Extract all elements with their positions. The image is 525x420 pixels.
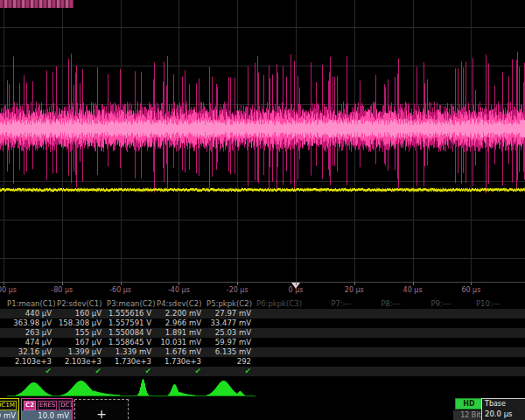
param-value bbox=[306, 357, 356, 367]
param-value bbox=[456, 338, 506, 347]
param-value bbox=[256, 357, 306, 367]
param-status-check: ✔ bbox=[206, 367, 256, 376]
oscilloscope-screen: -100 µs-80 µs-60 µs-40 µs-20 µs0 µs20 µs… bbox=[0, 0, 525, 420]
param-header[interactable]: P2:sdev(C1) bbox=[57, 299, 107, 309]
param-value bbox=[356, 318, 406, 328]
param-value bbox=[256, 328, 306, 338]
param-value: 1.558645 V bbox=[107, 338, 157, 347]
param-value bbox=[406, 328, 456, 338]
toolbar-fragment bbox=[0, 0, 74, 8]
param-status-check: ✔ bbox=[7, 367, 57, 376]
c2-label: C2 bbox=[24, 401, 36, 410]
param-header[interactable]: P10:--- bbox=[456, 299, 506, 309]
c1-scale-value: 10.0 mV bbox=[0, 410, 18, 420]
param-value: 440 µV bbox=[7, 309, 57, 318]
channel-c1-descriptor[interactable]: DC1M 10.0 mV bbox=[0, 398, 19, 420]
add-channel-button[interactable]: + bbox=[74, 399, 129, 420]
param-value bbox=[356, 328, 406, 338]
axis-label: -60 µs bbox=[109, 286, 131, 294]
param-value bbox=[456, 347, 506, 357]
param-status-check bbox=[456, 367, 506, 376]
param-header[interactable]: P3:mean(C2) bbox=[107, 299, 157, 309]
tbase-value: 20.0 µs bbox=[482, 408, 525, 418]
param-value: 1.557591 V bbox=[107, 318, 157, 328]
measurement-table: P1:mean(C1)P2:sdev(C1)P3:mean(C2)P4:sdev… bbox=[0, 299, 525, 376]
param-value: 1.339 mV bbox=[107, 347, 157, 357]
axis-tick bbox=[62, 282, 63, 285]
axis-label: -40 µs bbox=[168, 286, 190, 294]
c2-eres-badge: ERES bbox=[38, 401, 57, 410]
axis-tick bbox=[178, 282, 179, 285]
param-status-check bbox=[306, 367, 356, 376]
table-row: 32.16 µV1.399 µV1.339 mV1.676 mV6.135 mV bbox=[0, 347, 525, 357]
param-value bbox=[356, 347, 406, 357]
axis-label: -100 µs bbox=[0, 286, 17, 294]
descriptor-bar: DC1M 10.0 mV C2 ERES DC1M 10.0 mV + HD 1… bbox=[0, 398, 525, 420]
param-status-check bbox=[256, 367, 306, 376]
param-value bbox=[306, 338, 356, 347]
param-value: 10.031 mV bbox=[157, 338, 206, 347]
param-value bbox=[256, 318, 306, 328]
param-value: 32.16 µV bbox=[7, 347, 57, 357]
table-row: ✔✔✔✔✔ bbox=[0, 367, 525, 376]
hd-mode-badge: HD bbox=[455, 398, 483, 410]
param-value bbox=[456, 309, 506, 318]
param-value: 474 µV bbox=[7, 338, 57, 347]
param-header[interactable]: P6:pkpk(C3) bbox=[256, 299, 306, 309]
axis-label: 0 µs bbox=[289, 286, 304, 294]
param-value bbox=[306, 347, 356, 357]
timebase-descriptor[interactable]: Tbase 20.0 µs bbox=[481, 398, 525, 420]
param-header[interactable]: P1:mean(C1) bbox=[7, 299, 57, 309]
axis-tick bbox=[121, 282, 122, 285]
param-status-check bbox=[356, 367, 406, 376]
param-value: 59.97 mV bbox=[206, 338, 256, 347]
param-header[interactable]: P9:--- bbox=[406, 299, 456, 309]
param-value: 158.308 µV bbox=[57, 318, 107, 328]
tbase-label: Tbase bbox=[482, 399, 525, 408]
param-header[interactable]: P4:sdev(C2) bbox=[157, 299, 206, 309]
param-status-check bbox=[406, 367, 456, 376]
histicons-strip bbox=[0, 376, 525, 399]
param-value bbox=[256, 347, 306, 357]
param-value: 160 µV bbox=[57, 309, 107, 318]
axis-tick bbox=[4, 282, 4, 285]
param-status-check: ✔ bbox=[107, 367, 157, 376]
waveform-grid[interactable] bbox=[0, 0, 525, 282]
c1-coupling-badge: DC1M bbox=[0, 401, 17, 410]
table-row: P1:mean(C1)P2:sdev(C1)P3:mean(C2)P4:sdev… bbox=[0, 299, 525, 309]
param-value: 2.966 mV bbox=[157, 318, 206, 328]
param-header[interactable]: P8:--- bbox=[356, 299, 406, 309]
table-row: 263 µV155 µV1.550084 V1.891 mV25.03 mV bbox=[0, 328, 525, 338]
axis-label: 20 µs bbox=[345, 286, 364, 294]
param-value bbox=[406, 347, 456, 357]
param-value: 1.550084 V bbox=[107, 328, 157, 338]
axis-tick bbox=[354, 282, 355, 285]
channel-c2-descriptor[interactable]: C2 ERES DC1M 10.0 mV bbox=[21, 398, 73, 420]
param-value: 2.103e+3 bbox=[7, 357, 57, 367]
param-header[interactable]: P7:--- bbox=[306, 299, 356, 309]
param-value: 25.03 mV bbox=[206, 328, 256, 338]
axis-label: -80 µs bbox=[51, 286, 73, 294]
axis-label: 40 µs bbox=[403, 286, 423, 294]
param-value: 263 µV bbox=[7, 328, 57, 338]
param-header[interactable]: P5:pkpk(C2) bbox=[206, 299, 256, 309]
param-value: 2.200 mV bbox=[157, 309, 206, 318]
param-status-check: ✔ bbox=[157, 367, 206, 376]
param-status-check: ✔ bbox=[57, 367, 107, 376]
param-value bbox=[356, 338, 406, 347]
param-value: 1.730e+3 bbox=[107, 357, 157, 367]
param-value: 6.135 mV bbox=[206, 347, 256, 357]
param-value bbox=[456, 357, 506, 367]
param-value bbox=[406, 309, 456, 318]
waveform-canvas[interactable] bbox=[0, 0, 525, 282]
param-value: 2.103e+3 bbox=[57, 357, 107, 367]
table-row: 363.98 µV158.308 µV1.557591 V2.966 mV33.… bbox=[0, 318, 525, 328]
c2-scale-value: 10.0 mV bbox=[22, 410, 72, 420]
param-value bbox=[256, 309, 306, 318]
axis-label: 60 µs bbox=[461, 286, 480, 294]
param-value: 1.676 mV bbox=[157, 347, 206, 357]
param-value bbox=[306, 318, 356, 328]
param-value bbox=[356, 309, 406, 318]
axis-label: -20 µs bbox=[227, 286, 248, 294]
table-row: 474 µV167 µV1.558645 V10.031 mV59.97 mV bbox=[0, 338, 525, 347]
